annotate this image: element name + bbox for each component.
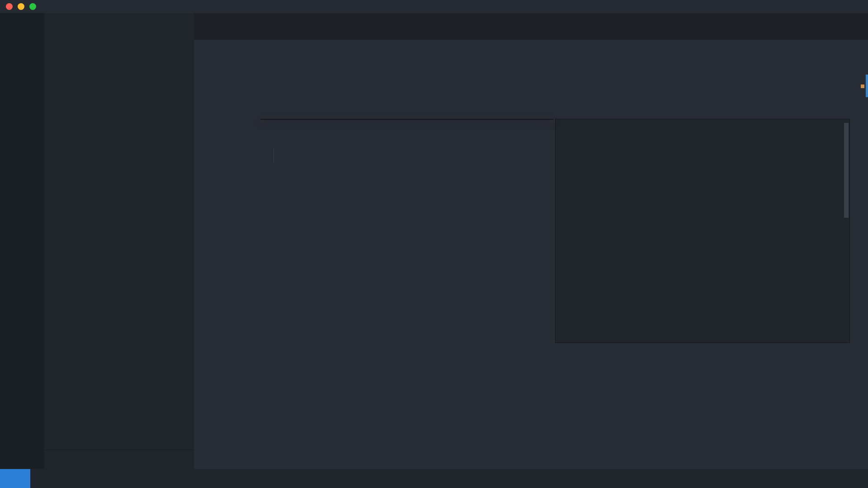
- zoom-window-button[interactable]: [29, 3, 36, 10]
- project-section-header[interactable]: [44, 61, 194, 80]
- close-icon[interactable]: [832, 125, 844, 136]
- open-editors-header[interactable]: [44, 41, 194, 61]
- doc-scrollbar[interactable]: [844, 123, 849, 218]
- indent-guide: [274, 148, 274, 163]
- close-window-button[interactable]: [6, 3, 13, 10]
- window-controls: [6, 3, 36, 10]
- activity-bar: [0, 13, 44, 469]
- sidebar-title: [44, 13, 194, 41]
- editor-actions: [856, 13, 868, 40]
- explorer-sidebar: [44, 13, 194, 469]
- breadcrumb: [194, 40, 868, 60]
- status-bar: [0, 469, 868, 488]
- outline-section-header[interactable]: [44, 450, 194, 469]
- workbench: [0, 13, 868, 469]
- suggest-doc-panel: [555, 119, 850, 343]
- minimize-window-button[interactable]: [18, 3, 24, 10]
- tab-bar: [194, 13, 868, 40]
- vscode-window: [0, 0, 868, 488]
- overview-ruler-mark: [866, 75, 868, 97]
- remote-indicator[interactable]: [0, 469, 30, 488]
- title-bar: [0, 0, 868, 13]
- suggest-widget: [260, 119, 554, 120]
- overview-ruler-mark: [861, 84, 864, 88]
- editor-area: [194, 13, 868, 469]
